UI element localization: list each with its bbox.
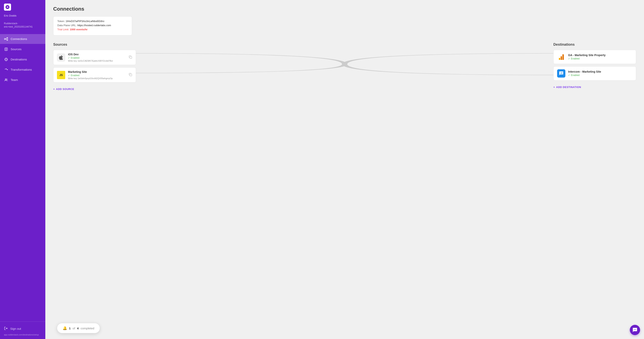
connection-lines (136, 42, 553, 86)
sign-out-button[interactable]: Sign out (4, 325, 42, 333)
add-destination-button[interactable]: + ADD DESTINATION (553, 84, 581, 90)
sources-icon (4, 47, 8, 51)
svg-point-13 (5, 79, 6, 80)
trial-label: Trial Limit: (57, 28, 69, 31)
progress-of-text: of (72, 327, 75, 330)
marketing-check-icon: ✓ (68, 74, 70, 77)
main-content: Connections Token: 1IHxD37wPIP3Ao3nLwNbs… (45, 0, 644, 339)
sidebar-item-label: Team (11, 78, 18, 81)
ios-check-icon: ✓ (68, 56, 70, 59)
ga-card-info: GA - Marketing Site Property ✓ Enabled (568, 53, 632, 60)
sidebar-logo-area (0, 0, 45, 12)
ga-bar-3 (562, 54, 564, 60)
svg-point-14 (6, 79, 8, 80)
progress-pill[interactable]: 🔔 1 of 4 completed (57, 323, 100, 333)
marketing-write-key: Write key 1ieSdm5psyGSroN2QV05whgmyOp (68, 77, 126, 79)
add-source-plus-icon: + (53, 88, 55, 90)
svg-point-2 (7, 37, 8, 38)
marketing-card-info: Marketing Site ✓ Enabled Write key 1ieSd… (68, 70, 126, 79)
marketing-card-status: ✓ Enabled (68, 74, 126, 77)
intercom-icon (557, 69, 565, 77)
progress-total: 4 (77, 327, 79, 330)
trial-line: Trial Limit: 1000 events/hr (57, 28, 128, 31)
progress-label: completed (80, 327, 94, 330)
sidebar-item-label: Connections (11, 37, 27, 40)
data-plane-line: Data Plane URL: https://hosted.rudderlab… (57, 24, 128, 27)
token-line: Token: 1IHxD37wPIP3Ao3nLwNbsl0G6rv (57, 20, 128, 23)
sidebar-workspace: Rudderstack-eric+test_20201001144741 (0, 20, 45, 32)
connector-svg (136, 42, 553, 86)
sidebar-item-team[interactable]: Team (0, 75, 45, 85)
chat-icon (632, 328, 638, 333)
sidebar-item-connections[interactable]: Connections (0, 34, 45, 44)
ga-check-icon: ✓ (568, 57, 570, 60)
add-source-label: ADD SOURCE (56, 88, 74, 90)
ga-bars (559, 54, 564, 60)
destinations-section-title: Destinations (553, 42, 636, 47)
svg-rect-16 (130, 56, 132, 58)
marketing-copy-button[interactable] (129, 73, 132, 77)
progress-current: 1 (69, 327, 70, 330)
source-card-marketing[interactable]: JS Marketing Site ✓ Enabled Write key 1i… (53, 67, 136, 82)
sidebar-item-label: Sources (11, 47, 22, 51)
page-title: Connections (53, 6, 636, 12)
intercom-svg (559, 71, 564, 76)
sidebar-item-destinations[interactable]: Destinations (0, 54, 45, 64)
svg-point-12 (7, 69, 8, 70)
js-icon: JS (57, 71, 65, 79)
sidebar: Eric Dodds Rudderstack-eric+test_2020100… (0, 0, 45, 339)
intercom-card-info: Intercom - Marketing Site ✓ Enabled (568, 70, 632, 77)
bell-icon: 🔔 (63, 326, 67, 330)
logo-icon (4, 3, 11, 11)
svg-point-7 (6, 49, 7, 50)
token-card: Token: 1IHxD37wPIP3Ao3nLwNbsl0G6rv Data … (53, 16, 132, 35)
source-card-ios[interactable]: iOS Dev ✓ Enabled Write key 1ieScCAEWK7E… (53, 50, 136, 65)
ios-card-info: iOS Dev ✓ Enabled Write key 1ieScCAEWK7E… (68, 53, 126, 62)
connections-layout: Sources iOS Dev ✓ Enabled Write key 1ieS… (53, 42, 636, 92)
dest-card-intercom[interactable]: Intercom - Marketing Site ✓ Enabled (553, 66, 636, 80)
sources-section-title: Sources (53, 42, 136, 47)
marketing-card-name: Marketing Site (68, 70, 126, 73)
team-icon (4, 78, 8, 82)
ios-card-name: iOS Dev (68, 53, 126, 56)
ga-icon (557, 53, 565, 61)
ios-copy-button[interactable] (129, 55, 132, 60)
sidebar-item-label: Destinations (11, 58, 27, 61)
svg-rect-17 (130, 74, 132, 76)
sidebar-username: Eric Dodds (0, 12, 45, 20)
ios-icon (57, 53, 65, 62)
ga-bar-1 (559, 58, 560, 60)
intercom-card-name: Intercom - Marketing Site (568, 70, 632, 73)
add-destination-plus-icon: + (553, 86, 555, 89)
transformations-icon (4, 67, 8, 72)
sign-out-label: Sign out (10, 327, 21, 330)
sidebar-item-sources[interactable]: Sources (0, 44, 45, 54)
intercom-icon-wrap (558, 70, 565, 77)
sources-column: Sources iOS Dev ✓ Enabled Write key 1ieS… (53, 42, 136, 92)
intercom-card-status: ✓ Enabled (568, 74, 632, 77)
svg-line-5 (6, 39, 7, 40)
ios-card-status: ✓ Enabled (68, 56, 126, 59)
sidebar-url: app.rudderstack.com/destinations/setup (4, 334, 42, 336)
svg-point-1 (4, 38, 6, 39)
svg-point-3 (7, 39, 8, 40)
destinations-column: Destinations GA - Marketing Site Propert… (553, 42, 636, 90)
data-plane-value: https://hosted.rudderlabs.com (77, 24, 111, 27)
sidebar-item-transformations[interactable]: Transformations (0, 65, 45, 75)
add-destination-label: ADD DESTINATION (556, 86, 581, 89)
connections-icon (4, 37, 8, 41)
chat-bubble-button[interactable] (630, 325, 640, 335)
data-plane-label: Data Plane URL: (57, 24, 77, 27)
sidebar-nav: Connections Sources (0, 32, 45, 322)
add-source-button[interactable]: + ADD SOURCE (53, 86, 74, 92)
ga-bar-2 (561, 56, 562, 60)
sidebar-bottom: Sign out app.rudderstack.com/destination… (0, 322, 45, 339)
token-label: Token: (57, 20, 65, 23)
sign-out-icon (4, 327, 8, 331)
dest-card-ga[interactable]: GA - Marketing Site Property ✓ Enabled (553, 50, 636, 64)
ga-card-name: GA - Marketing Site Property (568, 53, 632, 57)
ios-write-key: Write key 1ieScCAEWK7EpkkUSBYGUdd7Bvr (68, 60, 126, 62)
destinations-icon (4, 57, 8, 62)
svg-line-4 (6, 38, 7, 39)
token-value: 1IHxD37wPIP3Ao3nLwNbsl0G6rv (66, 20, 104, 23)
